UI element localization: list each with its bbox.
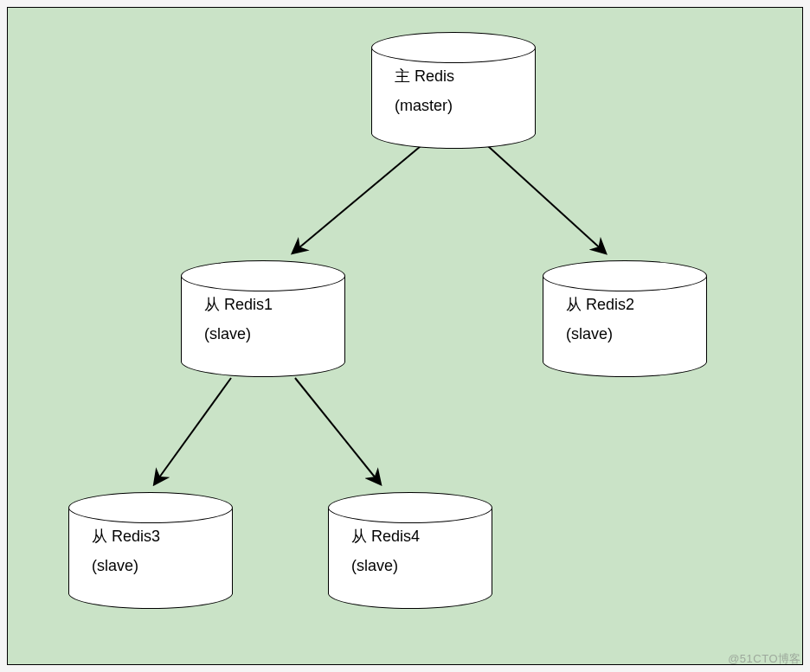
node-title: 从 Redis3 (92, 522, 160, 551)
node-subtitle: (slave) (92, 551, 138, 580)
node-slave1: 从 Redis1 (slave) (181, 260, 345, 377)
edge-master-slave1 (293, 146, 421, 253)
cylinder-top (328, 492, 492, 523)
node-slave2: 从 Redis2 (slave) (543, 260, 707, 377)
node-master: 主 Redis (master) (371, 32, 536, 149)
node-subtitle: (slave) (204, 319, 251, 349)
cylinder-top (371, 32, 536, 63)
node-subtitle: (master) (395, 91, 453, 120)
node-title: 从 Redis4 (351, 522, 420, 551)
watermark: @51CTO博客 (728, 651, 801, 667)
edge-slave1-slave4 (295, 378, 380, 483)
cylinder-top (68, 492, 233, 523)
node-subtitle: (slave) (566, 319, 613, 349)
cylinder-top (543, 260, 707, 291)
edge-slave1-slave3 (155, 378, 231, 483)
edge-master-slave2 (488, 146, 605, 253)
cylinder-top (181, 260, 345, 291)
node-subtitle: (slave) (351, 551, 398, 580)
node-slave3: 从 Redis3 (slave) (68, 492, 233, 609)
node-title: 从 Redis1 (204, 290, 273, 319)
node-slave4: 从 Redis4 (slave) (328, 492, 492, 609)
diagram-canvas: 主 Redis (master) 从 Redis1 (slave) 从 Redi… (7, 7, 803, 665)
node-title: 从 Redis2 (566, 290, 634, 319)
node-title: 主 Redis (395, 61, 454, 91)
